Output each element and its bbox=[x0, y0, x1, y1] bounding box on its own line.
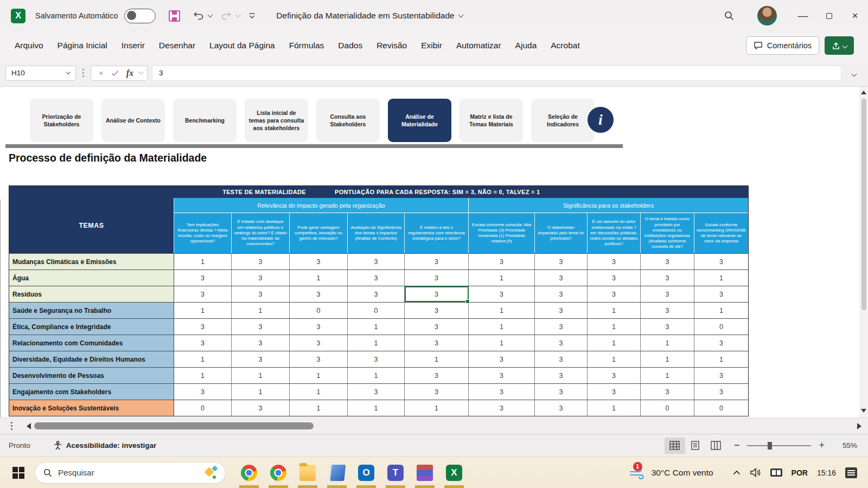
cell-r10c9[interactable]: 0 bbox=[641, 400, 694, 416]
share-button[interactable] bbox=[825, 36, 854, 55]
sheet-tab-matriz-e-lista-de-temas-materiais[interactable]: Matriz e lista de Temas Materiais bbox=[459, 99, 523, 142]
cell-r9c5[interactable]: 3 bbox=[405, 384, 469, 400]
cell-r3c2[interactable]: 3 bbox=[232, 286, 290, 302]
zoom-slider-thumb[interactable] bbox=[768, 442, 772, 450]
spreadsheet-canvas[interactable]: Priorização de StakeholdersAnálise de Co… bbox=[0, 87, 868, 418]
cell-r4c10[interactable]: 1 bbox=[694, 303, 748, 318]
zoom-in-button[interactable]: + bbox=[811, 440, 832, 451]
cell-r4c2[interactable]: 1 bbox=[232, 303, 290, 318]
cell-r8c7[interactable]: 3 bbox=[535, 368, 588, 383]
scroll-down-arrow[interactable] bbox=[861, 409, 866, 413]
scroll-left-arrow[interactable] bbox=[27, 423, 31, 429]
normal-view-button[interactable] bbox=[665, 438, 685, 454]
taskbar-app-teams[interactable]: T bbox=[381, 457, 410, 488]
cell-r7c6[interactable]: 3 bbox=[469, 351, 535, 367]
cell-r7c10[interactable]: 1 bbox=[694, 351, 748, 367]
cell-r5c6[interactable]: 1 bbox=[469, 319, 535, 335]
excel-logo-icon[interactable]: X bbox=[11, 9, 25, 23]
cell-r1c3[interactable]: 3 bbox=[290, 254, 348, 269]
zoom-slider[interactable] bbox=[747, 445, 811, 446]
page-layout-view-button[interactable] bbox=[685, 438, 706, 454]
cell-r4c8[interactable]: 1 bbox=[588, 303, 641, 318]
cell-r3c1[interactable]: 3 bbox=[174, 286, 232, 302]
cell-r1c4[interactable]: 3 bbox=[348, 254, 405, 269]
minimize-button[interactable]: — bbox=[790, 0, 816, 31]
info-button[interactable] bbox=[588, 107, 614, 133]
cell-r4c3[interactable]: 0 bbox=[290, 303, 348, 318]
row-label[interactable]: Diversidade, Equidade e Direitos Humanos bbox=[9, 351, 174, 367]
cell-r9c10[interactable]: 3 bbox=[694, 384, 748, 400]
cell-r2c10[interactable]: 1 bbox=[694, 270, 748, 286]
cell-r5c8[interactable]: 1 bbox=[588, 319, 641, 335]
cell-r8c3[interactable]: 1 bbox=[290, 368, 348, 383]
cell-r3c9[interactable]: 3 bbox=[641, 286, 694, 302]
user-avatar[interactable] bbox=[757, 6, 777, 25]
cell-r1c8[interactable]: 3 bbox=[588, 254, 641, 269]
cell-r6c3[interactable]: 3 bbox=[290, 335, 348, 351]
row-label[interactable]: Água bbox=[9, 270, 174, 286]
language-indicator[interactable]: POR bbox=[792, 468, 808, 477]
cell-r6c8[interactable]: 1 bbox=[588, 335, 641, 351]
confirm-entry-button[interactable] bbox=[108, 70, 122, 76]
sheet-tab-analise-de-contexto[interactable]: Análise de Contexto bbox=[101, 99, 165, 142]
cell-r5c3[interactable]: 3 bbox=[290, 319, 348, 335]
taskbar-app-excel[interactable]: X bbox=[439, 457, 469, 488]
cell-r2c7[interactable]: 3 bbox=[535, 270, 588, 286]
cell-r8c1[interactable]: 1 bbox=[174, 368, 232, 383]
cell-r4c5[interactable]: 3 bbox=[405, 303, 469, 318]
formula-bar-handle[interactable] bbox=[82, 69, 84, 77]
undo-button[interactable] bbox=[189, 6, 216, 25]
cell-r7c2[interactable]: 3 bbox=[232, 351, 290, 367]
cell-r10c1[interactable]: 0 bbox=[174, 400, 232, 416]
formula-bar-expand-button[interactable] bbox=[841, 68, 863, 78]
cell-r9c9[interactable]: 3 bbox=[641, 384, 694, 400]
close-button[interactable]: × bbox=[842, 0, 868, 31]
cell-r7c1[interactable]: 1 bbox=[174, 351, 232, 367]
cell-r3c6[interactable]: 3 bbox=[469, 286, 535, 302]
cell-r7c4[interactable]: 3 bbox=[348, 351, 405, 367]
cell-r7c9[interactable]: 1 bbox=[641, 351, 694, 367]
cell-r3c8[interactable]: 3 bbox=[588, 286, 641, 302]
weather-widget[interactable]: 1 30°C Com vento bbox=[623, 465, 719, 481]
cell-r8c6[interactable]: 3 bbox=[469, 368, 535, 383]
cell-r6c4[interactable]: 1 bbox=[348, 335, 405, 351]
cell-r5c5[interactable]: 3 bbox=[405, 319, 469, 335]
cell-r4c6[interactable]: 1 bbox=[469, 303, 535, 318]
cell-r2c1[interactable]: 3 bbox=[174, 270, 232, 286]
autosave-toggle[interactable] bbox=[124, 9, 156, 23]
sheet-tab-selecao-de-indicadores[interactable]: Seleção de Indicadores bbox=[531, 99, 595, 142]
cell-r1c10[interactable]: 3 bbox=[694, 254, 748, 269]
menu-item-dados[interactable]: Dados bbox=[331, 31, 369, 60]
restore-button[interactable] bbox=[816, 0, 842, 31]
cancel-entry-button[interactable]: × bbox=[95, 68, 107, 78]
cell-r3c3[interactable]: 3 bbox=[290, 286, 348, 302]
cell-r7c7[interactable]: 3 bbox=[535, 351, 588, 367]
accessibility-status[interactable]: Acessibilidade: investigar bbox=[53, 441, 157, 450]
formula-input[interactable]: 3 bbox=[152, 66, 841, 81]
cell-r5c9[interactable]: 3 bbox=[641, 319, 694, 335]
cell-r7c8[interactable]: 1 bbox=[588, 351, 641, 367]
cell-r1c1[interactable]: 1 bbox=[174, 254, 232, 269]
zoom-out-button[interactable]: − bbox=[726, 440, 748, 451]
cell-r6c7[interactable]: 3 bbox=[535, 335, 588, 351]
row-label[interactable]: Relacionamento com Comunidades bbox=[9, 335, 174, 351]
taskbar-app-notes[interactable] bbox=[322, 457, 352, 488]
cell-r6c6[interactable]: 1 bbox=[469, 335, 535, 351]
scroll-up-arrow[interactable] bbox=[861, 91, 866, 94]
cell-r3c7[interactable]: 3 bbox=[535, 286, 588, 302]
menu-item-formulas[interactable]: Fórmulas bbox=[282, 31, 331, 60]
horizontal-scrollbar[interactable] bbox=[0, 418, 868, 434]
row-label[interactable]: Saúde e Segurança no Trabalho bbox=[9, 303, 174, 318]
cell-r4c7[interactable]: 3 bbox=[535, 303, 588, 318]
menu-item-ajuda[interactable]: Ajuda bbox=[508, 31, 544, 60]
cell-r10c4[interactable]: 1 bbox=[348, 400, 405, 416]
menu-item-inserir[interactable]: Inserir bbox=[114, 31, 152, 60]
volume-button[interactable] bbox=[750, 468, 761, 477]
taskbar-app-file-explorer[interactable] bbox=[293, 457, 322, 488]
comments-button[interactable]: Comentários bbox=[746, 36, 819, 55]
cell-r5c7[interactable]: 3 bbox=[535, 319, 588, 335]
row-label[interactable]: Resíduos bbox=[9, 286, 174, 302]
taskbar-app-winrar[interactable] bbox=[410, 457, 439, 488]
insert-function-button[interactable]: fx bbox=[123, 68, 137, 78]
cell-r4c1[interactable]: 1 bbox=[174, 303, 232, 318]
